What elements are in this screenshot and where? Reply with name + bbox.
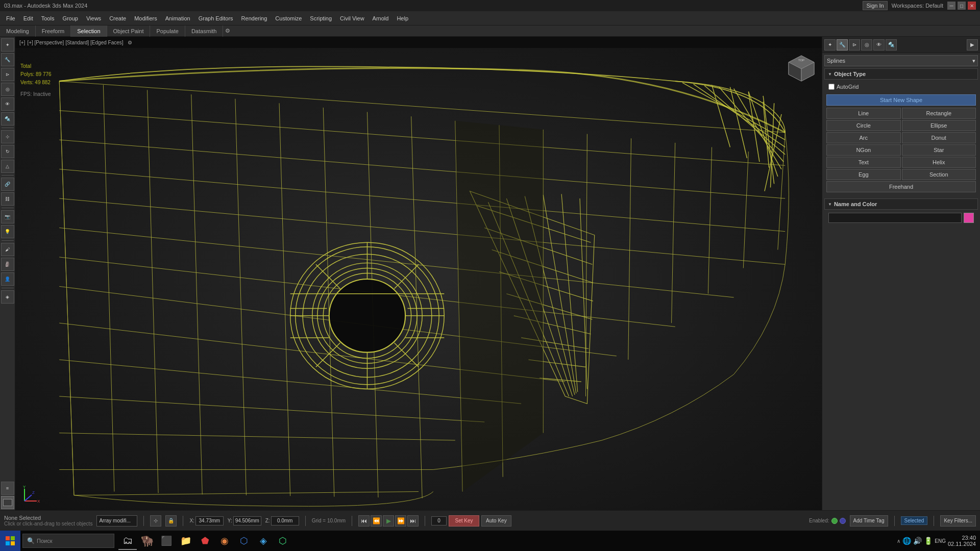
status-icon-1[interactable]: ⊹ [150, 515, 161, 527]
selected-badge[interactable]: Selected [901, 516, 928, 525]
tab-datasmith[interactable]: Datasmith [185, 26, 224, 37]
modifier-display[interactable]: Array modifi... [96, 515, 137, 527]
status-icon-2[interactable]: 🔒 [165, 515, 177, 527]
panel-hierarchy-icon[interactable]: ⊳ [849, 39, 860, 51]
utilities-btn[interactable]: 🔩 [1, 112, 14, 126]
taskbar-browser[interactable]: ⬡ [235, 532, 253, 550]
star-btn[interactable]: Star [902, 144, 976, 156]
tray-volume[interactable]: 🔊 [913, 537, 922, 545]
select-move-btn[interactable]: ⊹ [1, 130, 14, 143]
add-time-tag-btn[interactable]: Add Time Tag [850, 515, 888, 527]
panel-collapse-icon[interactable]: ▶ [967, 39, 978, 51]
taskbar-app1[interactable]: ⬟ [196, 532, 214, 550]
close-btn[interactable]: ✕ [968, 2, 976, 10]
prev-frame-btn[interactable]: ⏪ [371, 515, 382, 527]
color-swatch-btn[interactable] [964, 213, 974, 223]
navigation-cube[interactable]: TOP [786, 53, 817, 84]
y-input[interactable] [233, 516, 261, 525]
tab-freeform[interactable]: Freeform [36, 26, 71, 37]
viewport-settings-btn[interactable]: ⚙ [128, 40, 132, 45]
camera-btn[interactable]: 📷 [1, 210, 14, 223]
menu-rendering[interactable]: Rendering [237, 14, 272, 22]
tray-lang[interactable]: ENG [935, 538, 946, 544]
viewport-perspective-label[interactable]: [+] [Perspective] [Standard] [Edged Face… [27, 40, 123, 45]
menu-create[interactable]: Create [105, 14, 130, 22]
tray-expand[interactable]: ∧ [897, 538, 900, 544]
tab-object-paint[interactable]: Object Paint [107, 26, 151, 37]
menu-help[interactable]: Help [393, 14, 412, 22]
tab-more-btn[interactable]: ⚙ [225, 28, 230, 34]
light-btn[interactable]: 💡 [1, 225, 14, 238]
name-color-header[interactable]: ▼ Name and Color [824, 198, 978, 210]
menu-file[interactable]: File [2, 14, 19, 22]
rectangle-btn[interactable]: Rectangle [902, 108, 976, 119]
unlink-btn[interactable]: ⛓ [1, 192, 14, 206]
modify-btn[interactable]: 🔧 [1, 53, 14, 66]
menu-animation[interactable]: Animation [161, 14, 194, 22]
tab-populate[interactable]: Populate [150, 26, 185, 37]
taskbar-files[interactable]: 📁 [177, 532, 195, 550]
select-rotate-btn[interactable]: ↻ [1, 145, 14, 158]
menu-civil-view[interactable]: Civil View [336, 14, 368, 22]
freehand-btn[interactable]: Freehand [826, 181, 976, 192]
menu-tools[interactable]: Tools [37, 14, 59, 22]
start-new-shape-btn[interactable]: Start New Shape [826, 94, 976, 106]
taskbar-explorer[interactable]: 🗂 [118, 532, 137, 550]
play-btn[interactable]: ▶ [383, 515, 394, 527]
tab-modeling[interactable]: Modeling [0, 26, 36, 37]
z-input[interactable] [271, 516, 299, 525]
text-btn[interactable]: Text [826, 157, 901, 168]
panel-utilities-icon[interactable]: 🔩 [886, 39, 897, 51]
viewport-header[interactable]: [+] [+] [Perspective] [Standard] [Edged … [15, 37, 822, 48]
start-btn[interactable] [0, 531, 20, 551]
auto-key-btn[interactable]: Auto Key [481, 515, 511, 527]
tray-clock[interactable]: 23:40 02.11.2024 [948, 535, 976, 547]
helix-btn[interactable]: Helix [902, 157, 976, 168]
circle-btn[interactable]: Circle [826, 120, 901, 131]
panel-modify-icon[interactable]: 🔧 [837, 39, 848, 51]
link-btn[interactable]: 🔗 [1, 178, 14, 191]
section-btn[interactable]: Section [902, 169, 976, 180]
scene-explorer-btn[interactable]: ≡ [1, 482, 14, 495]
x-input[interactable] [195, 516, 224, 525]
motion-btn[interactable]: ◎ [1, 83, 14, 96]
select-scale-btn[interactable]: △ [1, 160, 14, 173]
menu-graph-editors[interactable]: Graph Editors [194, 14, 237, 22]
arc-btn[interactable]: Arc [826, 132, 901, 143]
minimize-btn[interactable]: ─ [947, 2, 955, 10]
next-frame-btn[interactable]: ⏩ [395, 515, 406, 527]
egg-btn[interactable]: Egg [826, 169, 901, 180]
paint-btn[interactable]: 🖌 [1, 243, 14, 256]
tab-selection[interactable]: Selection [71, 26, 107, 37]
taskbar-task-view[interactable]: ⬛ [157, 532, 176, 550]
search-bar[interactable]: 🔍 Поиск [22, 534, 114, 548]
object-name-input[interactable] [828, 213, 962, 223]
panel-create-icon[interactable]: ✦ [824, 39, 836, 51]
taskbar-app3[interactable]: ◈ [254, 532, 273, 550]
panel-display-icon[interactable]: 👁 [873, 39, 885, 51]
populate-btn[interactable]: 👤 [1, 272, 14, 286]
goto-end-btn[interactable]: ⏭ [407, 515, 419, 527]
taskbar-app2[interactable]: ◉ [215, 532, 234, 550]
object-type-header[interactable]: ▼ Object Type [824, 68, 978, 80]
viewport-plus-btn[interactable]: [+] [19, 40, 25, 45]
sign-in-btn[interactable]: Sign In [863, 1, 887, 10]
taskbar-app4[interactable]: ⬡ [274, 532, 292, 550]
ngon-btn[interactable]: NGon [826, 144, 901, 156]
autogrid-checkbox[interactable] [828, 84, 835, 90]
restore-btn[interactable]: □ [958, 2, 966, 10]
menu-customize[interactable]: Customize [271, 14, 306, 22]
create-tools-btn[interactable]: ✦ [1, 38, 14, 52]
ellipse-btn[interactable]: Ellipse [902, 120, 976, 131]
menu-views[interactable]: Views [82, 14, 105, 22]
menu-arnold[interactable]: Arnold [369, 14, 393, 22]
goto-start-btn[interactable]: ⏮ [358, 515, 370, 527]
donut-btn[interactable]: Donut [902, 132, 976, 143]
tray-battery[interactable]: 🔋 [924, 537, 933, 545]
tray-network[interactable]: 🌐 [902, 537, 911, 545]
sculpt-btn[interactable]: 🗿 [1, 258, 14, 271]
object-isolate-btn[interactable]: ◈ [1, 290, 14, 304]
taskbar-animal[interactable]: 🦬 [138, 532, 156, 550]
display-btn[interactable]: 👁 [1, 97, 14, 111]
splines-dropdown[interactable]: Splines ▾ [824, 55, 978, 66]
